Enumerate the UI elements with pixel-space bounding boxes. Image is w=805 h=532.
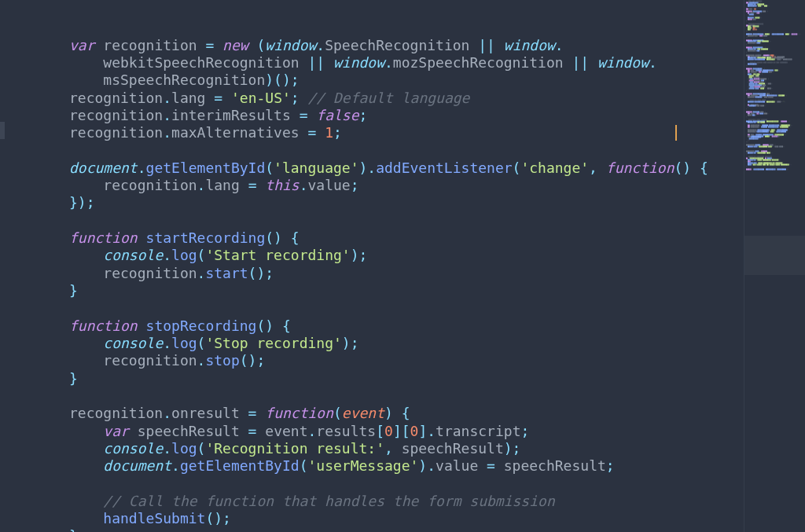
- keyword-var: var: [69, 37, 95, 53]
- keyword-new: new: [222, 37, 248, 53]
- operator: =: [205, 37, 214, 53]
- identifier: recognition: [103, 37, 197, 53]
- code-content[interactable]: var recognition = new (window.SpeechReco…: [8, 35, 744, 532]
- obj-console: console: [103, 247, 163, 263]
- param-event: event: [342, 405, 384, 421]
- fn-startRecording: startRecording: [146, 229, 266, 246]
- minimap[interactable]: // ████ ████ ████████ ███ ████████████()…: [744, 0, 805, 532]
- comment: // Default language: [308, 90, 470, 106]
- keyword-this: this: [265, 177, 299, 193]
- text-cursor: [675, 125, 677, 141]
- obj-window: window: [265, 37, 316, 53]
- code-editor: var recognition = new (window.SpeechReco…: [0, 0, 805, 532]
- code-area[interactable]: var recognition = new (window.SpeechReco…: [8, 0, 744, 532]
- string-literal: 'en-US': [231, 90, 291, 106]
- fn-stopRecording: stopRecording: [146, 317, 257, 334]
- comment: // Call the function that handles the fo…: [103, 493, 554, 509]
- obj-document: document: [69, 160, 138, 176]
- minimap-viewport[interactable]: [744, 236, 805, 275]
- keyword-false: false: [316, 107, 358, 123]
- gutter-mark: [0, 122, 5, 139]
- number-literal: 1: [325, 124, 333, 141]
- minimap-content: // ████ ████ ████████ ███ ████████████()…: [744, 0, 805, 171]
- editor-gutter: [0, 0, 8, 532]
